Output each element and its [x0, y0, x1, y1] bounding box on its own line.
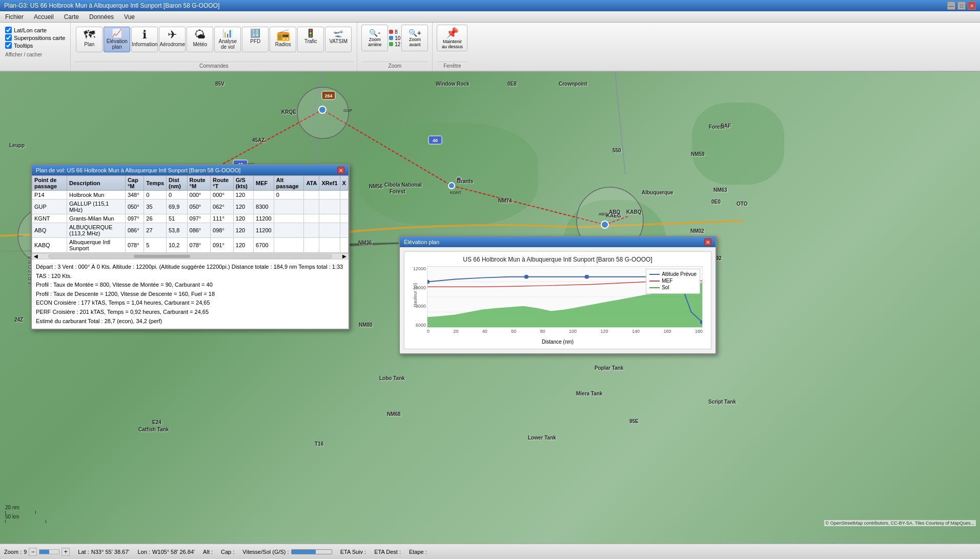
btn-vatsim[interactable]: 🛫 VATSIM	[325, 27, 352, 52]
scroll-right-button[interactable]: ▶	[340, 253, 349, 259]
menu-accueil[interactable]: Accueil	[29, 12, 59, 22]
lon-label: Lon :	[137, 549, 150, 555]
fp-cell-3-10	[304, 223, 319, 238]
fp-cell-4-2: 078°	[125, 238, 144, 253]
terrain-cibola	[359, 123, 538, 226]
fp-cell-1-11	[319, 199, 340, 214]
eta-suiv-item: ETA Suiv :	[340, 549, 366, 555]
btn-plan[interactable]: 🗺 Plan	[76, 27, 103, 52]
btn-analyse[interactable]: 📊 Analyse de vol	[214, 27, 241, 52]
btn-meteo[interactable]: 🌤 Météo	[187, 27, 213, 52]
lon-item: Lon : W105° 58' 26.84'	[137, 549, 195, 555]
alt-label: Alt :	[203, 549, 213, 555]
label-scripttank: Script Tank	[708, 399, 736, 405]
flightplan-panel: Plan de vol: US 66 Holbrook Mun à Albuqu…	[31, 164, 350, 330]
fp-col-waypoint: Point de passage	[32, 176, 67, 191]
title: Plan-G3: US 66 Holbrook Mun à Albuquerqu…	[4, 2, 219, 9]
fp-cell-4-9	[274, 238, 304, 253]
close-button[interactable]: ✕	[968, 2, 976, 10]
y-axis: 12000 10000 8000 6000	[409, 266, 427, 328]
zoom-plus-button[interactable]: +	[62, 548, 70, 556]
fp-cell-3-5: 086°	[187, 223, 211, 238]
btn-trafic[interactable]: 🚦 Trafic	[297, 27, 324, 52]
fp-scrolltrack[interactable]	[48, 254, 332, 258]
menu-vue[interactable]: Vue	[119, 12, 140, 22]
commandes-buttons: 🗺 Plan 📈 Élévation plan ℹ Information ✈ …	[74, 25, 354, 54]
fp-cell-3-12	[340, 223, 348, 238]
fp-row-0[interactable]: P14Holbrook Mun348°00000°000°1200	[32, 191, 349, 199]
label-45az: 45AZ	[252, 137, 264, 143]
label-lowertank: Lower Tank	[528, 435, 556, 441]
scroll-left-button[interactable]: ◀	[32, 253, 40, 259]
fp-cell-2-11	[319, 214, 340, 223]
zoom-fwd-button[interactable]: 🔍+ Zoom avant	[401, 25, 428, 51]
zoom-slider[interactable]	[39, 549, 59, 554]
fp-cell-4-7: 120	[233, 238, 253, 253]
menu-fichier[interactable]: Fichier	[0, 12, 29, 22]
menu-donnees[interactable]: Données	[84, 12, 119, 22]
flightplan-close-button[interactable]: ✕	[337, 167, 344, 174]
checkbox-tooltips[interactable]: Tooltips	[5, 42, 65, 49]
fp-cell-4-3: 5	[144, 238, 167, 253]
fp-cell-3-1: ALBUQUERQUE (113,2 MHz)	[67, 223, 126, 238]
btn-information[interactable]: ℹ Information	[131, 27, 158, 52]
fp-cell-0-5: 000°	[187, 191, 211, 199]
maintenir-button[interactable]: 📌 Maintenir au dessus	[437, 25, 467, 51]
fp-scrollthumb[interactable]	[134, 255, 190, 258]
fp-row-1[interactable]: GUPGALLUP (115,1 MHz)050°3569,9050°062°1…	[32, 199, 349, 214]
btn-elevation[interactable]: 📈 Élévation plan	[104, 27, 130, 52]
fp-row-2[interactable]: KGNTGrants-Milan Mun097°2651097°111°1201…	[32, 214, 349, 223]
elevation-close-button[interactable]: ✕	[704, 238, 711, 246]
label-nm36: NM36	[358, 240, 372, 246]
eta-suiv-label: ETA Suiv :	[340, 549, 366, 555]
analyse-icon: 📊	[222, 29, 233, 37]
window-controls[interactable]: — □ ✕	[947, 2, 976, 10]
zoom-slider-fill	[39, 550, 49, 554]
maximize-button[interactable]: □	[957, 2, 966, 10]
fp-col-dist: Dist (nm)	[167, 176, 188, 191]
ribbon-section-commandes: 🗺 Plan 📈 Élévation plan ℹ Information ✈ …	[71, 23, 357, 71]
checkbox-latlon[interactable]: Lat/Lon carte	[5, 27, 65, 33]
fp-row-3[interactable]: ABQALBUQUERQUE (113,2 MHz)086°2753,8086°…	[32, 223, 349, 238]
fp-cell-2-9	[274, 214, 304, 223]
chart-title: US 66 Holbrook Mun à Albuquerque Intl Su…	[409, 256, 707, 263]
label-nm68: NM68	[387, 411, 401, 417]
fp-cell-2-10	[304, 214, 319, 223]
terrain-forest	[692, 103, 784, 185]
minimize-button[interactable]: —	[947, 2, 955, 10]
meteo-icon: 🌤	[194, 29, 206, 41]
fp-scrollbar[interactable]: ◀ ▶	[32, 253, 349, 259]
fp-col-alt: Alt passage	[274, 176, 304, 191]
zoom-fwd-icon: 🔍+	[409, 29, 421, 37]
zoom-back-button[interactable]: 🔍- Zoom arrière	[361, 25, 388, 51]
fp-cell-1-6: 062°	[211, 199, 234, 214]
label-24z: 24Z	[14, 317, 23, 323]
menu-carte[interactable]: Carte	[59, 12, 84, 22]
fp-cell-0-4: 0	[167, 191, 188, 199]
fp-cell-2-0: KGNT	[32, 214, 67, 223]
svg-point-34	[427, 280, 430, 284]
zoom-minus-button[interactable]: −	[29, 548, 37, 556]
fp-cell-1-2: 050°	[125, 199, 144, 214]
ribbon: Lat/Lon carte Superpositions carte Toolt…	[0, 23, 980, 72]
ribbon-section-fenetre: 📌 Maintenir au dessus Fenêtre	[433, 23, 472, 71]
checkbox-superpositions[interactable]: Superpositions carte	[5, 34, 65, 41]
fp-info-line-1: TAS : 120 Kts.	[36, 272, 344, 281]
etape-label: Etape :	[409, 549, 427, 555]
btn-pfd[interactable]: 🔢 PFD	[242, 27, 269, 52]
label-95e: 95E	[629, 418, 639, 424]
fp-col-xref: XRef1	[319, 176, 340, 191]
btn-radios[interactable]: 📻 Radios	[270, 27, 296, 52]
legend-altitude: Altitude Prévue	[649, 271, 697, 277]
fp-cell-3-0: ABQ	[32, 223, 67, 238]
fp-cell-0-12	[340, 191, 348, 199]
fp-cell-0-7: 120	[233, 191, 253, 199]
fp-row-4[interactable]: KABQAlbuquerque Intl Sunport078°510,2078…	[32, 238, 349, 253]
legend-mef: MEF	[649, 278, 697, 284]
fp-cell-4-6: 091°	[211, 238, 234, 253]
flightplan-title: Plan de vol: US 66 Holbrook Mun à Albuqu…	[36, 167, 240, 173]
label-crownpoint: Crownpoint	[559, 81, 587, 87]
elevation-title: Élévation plan	[404, 239, 439, 245]
btn-aerodrome[interactable]: ✈ Aérodrome	[159, 27, 186, 52]
view-checkboxes: Lat/Lon carte Superpositions carte Toolt…	[3, 25, 67, 59]
